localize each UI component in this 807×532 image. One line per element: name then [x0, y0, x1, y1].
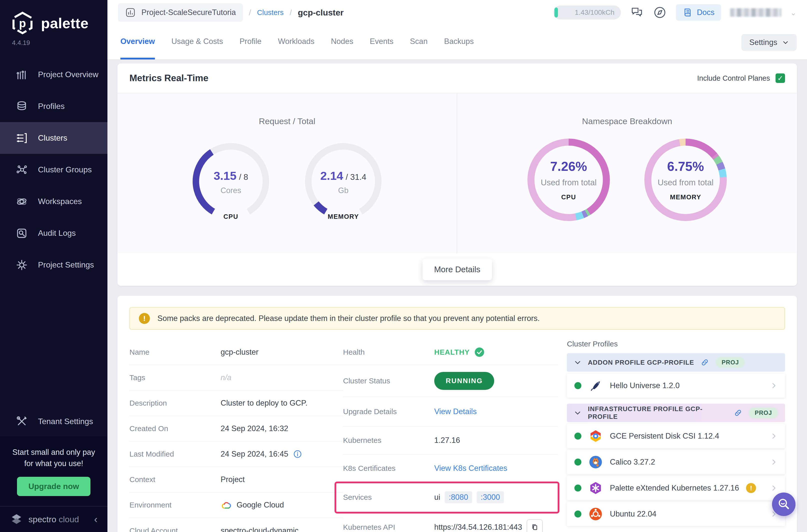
gear-icon	[16, 259, 28, 271]
sidebar-item-audit-logs[interactable]: Audit Logs	[0, 217, 108, 249]
metrics-title: Metrics Real-Time	[129, 73, 208, 83]
google-cloud-icon	[221, 501, 232, 509]
sidebar-item-tenant-settings[interactable]: Tenant Settings	[0, 406, 108, 436]
ubuntu-icon	[588, 507, 603, 521]
settings-dropdown-button[interactable]: Settings	[742, 34, 796, 51]
detail-row-cluster-status: Cluster Status RUNNING	[343, 365, 558, 397]
donut-row: 7.26% Used from total CPU 6.75% Used fro…	[527, 139, 727, 221]
tab-scan[interactable]: Scan	[410, 25, 428, 59]
sidebar-item-clusters[interactable]: Clusters	[0, 122, 108, 154]
collapse-sidebar-icon[interactable]: ‹	[94, 514, 97, 525]
chevron-right-icon	[770, 484, 777, 492]
tab-nodes[interactable]: Nodes	[331, 25, 353, 59]
book-icon	[682, 7, 693, 18]
pack-status-dot	[575, 382, 581, 389]
infrastructure-profile-header[interactable]: INFRASTRUCTURE PROFILE GCP-PROFILE PROJ	[567, 404, 785, 422]
tab-events[interactable]: Events	[370, 25, 394, 59]
breadcrumb-current-cluster: gcp-cluster	[298, 8, 343, 18]
view-details-link[interactable]: View Details	[434, 407, 477, 416]
tab-overview[interactable]: Overview	[120, 25, 155, 59]
breadcrumb-clusters-link[interactable]: Clusters	[257, 8, 284, 17]
copy-icon	[530, 523, 539, 532]
namespace-memory-donut: 6.75% Used from total MEMORY	[644, 139, 727, 221]
bar-chart-icon	[16, 69, 28, 81]
pack-status-dot	[575, 433, 581, 440]
charts-row: Request / Total	[117, 93, 797, 253]
pxk-icon	[588, 481, 603, 495]
credits-value: 1.43/100kCh	[575, 8, 614, 17]
include-control-planes-checkbox[interactable]: ✓	[775, 73, 785, 83]
info-icon[interactable]	[293, 449, 302, 459]
more-details-button[interactable]: More Details	[423, 259, 492, 280]
topbar-right: 1.43/100kCh Docs ⌄	[553, 4, 796, 21]
memory-gauge-label: MEMORY	[302, 213, 384, 221]
profile-pack-hello-universe[interactable]: Hello Universe 1.2.0	[567, 374, 785, 398]
hello-universe-icon	[588, 378, 603, 393]
memory-donut-label: MEMORY	[670, 193, 701, 201]
chevron-right-icon	[770, 458, 777, 466]
sidebar-item-label: Audit Logs	[38, 229, 76, 238]
upgrade-now-button[interactable]: Upgrade now	[17, 477, 91, 496]
sidebar-item-project-overview[interactable]: Project Overview	[0, 59, 108, 90]
namespace-breakdown-title: Namespace Breakdown	[582, 116, 672, 126]
sidebar-item-project-settings[interactable]: Project Settings	[0, 249, 108, 281]
detail-row-health: Health HEALTHY	[343, 340, 558, 365]
sidebar-item-label: Cluster Groups	[38, 165, 92, 174]
cpu-donut-caption: Used from total	[541, 178, 597, 187]
detail-row-context: Context Project	[129, 467, 343, 493]
tab-usage-costs[interactable]: Usage & Costs	[171, 25, 223, 59]
warning-text: Some packs are deprecated. Please update…	[157, 314, 540, 323]
support-search-fab[interactable]	[772, 493, 795, 516]
breadcrumb-separator: /	[249, 8, 251, 17]
view-k8s-certificates-link[interactable]: View K8s Certificates	[434, 464, 507, 473]
details-middle-column: Health HEALTHY Cluster Status	[343, 340, 558, 532]
addon-profile-header[interactable]: ADDON PROFILE GCP-PROFILE PROJ	[567, 353, 785, 372]
detail-row-environment: Environment Google Cloud	[129, 493, 343, 518]
healthy-check-icon	[474, 347, 485, 357]
pack-status-dot	[575, 459, 581, 466]
pack-status-dot	[575, 484, 581, 492]
app-root: p palette 4.4.19 Project Overview Profil…	[0, 0, 807, 532]
profile-pack-ubuntu[interactable]: Ubuntu 22.04	[567, 502, 785, 526]
gce-persistent-disk-icon	[588, 429, 603, 443]
feedback-chat-icon[interactable]	[630, 5, 644, 19]
cpu-gauge-label: CPU	[190, 213, 272, 221]
link-icon	[700, 358, 709, 367]
sidebar-spacer	[0, 281, 108, 406]
credits-meter: 1.43/100kCh	[553, 5, 621, 19]
sidebar-item-workspaces[interactable]: Workspaces	[0, 186, 108, 217]
copy-button[interactable]	[527, 519, 543, 532]
tab-backups[interactable]: Backups	[444, 25, 474, 59]
service-port-link[interactable]: :8080	[445, 491, 472, 503]
cpu-donut-label: CPU	[561, 193, 576, 201]
profile-pack-calico[interactable]: Calico 3.27.2	[567, 450, 785, 474]
detail-row-name: Name gcp-cluster	[129, 340, 343, 365]
clusters-icon	[16, 132, 28, 144]
link-icon	[734, 408, 742, 417]
user-menu-chevron-icon[interactable]: ⌄	[790, 8, 796, 17]
metrics-footer: More Details	[117, 253, 797, 286]
profile-pack-palette-extended-k8s[interactable]: Palette eXtended Kubernetes 1.27.16 !	[567, 476, 785, 500]
service-port-link[interactable]: :3000	[477, 491, 504, 503]
upgrade-text: Start small and only pay for what you us…	[7, 447, 100, 469]
tab-workloads[interactable]: Workloads	[278, 25, 315, 59]
include-control-planes: Include Control Planes ✓	[697, 73, 785, 83]
user-name-blurred[interactable]	[730, 8, 781, 17]
sidebar-item-label: Profiles	[38, 102, 65, 111]
gauge-row: 3.15 / 8 Cores CPU	[190, 140, 384, 223]
sidebar-item-profiles[interactable]: Profiles	[0, 90, 108, 122]
warning-icon: !	[139, 313, 150, 324]
cluster-overview-card: ! Some packs are deprecated. Please upda…	[117, 296, 797, 532]
details-grid: Name gcp-cluster Tags n/a Description Cl…	[129, 340, 785, 532]
profile-pack-gce-csi[interactable]: GCE Persistent Disk CSI 1.12.4	[567, 424, 785, 448]
app-version: 4.4.19	[0, 39, 108, 47]
tools-icon	[16, 415, 28, 428]
proj-badge: PROJ	[749, 407, 778, 418]
tab-profile[interactable]: Profile	[240, 25, 262, 59]
orbit-icon	[16, 195, 28, 208]
sidebar-item-cluster-groups[interactable]: Cluster Groups	[0, 154, 108, 186]
project-selector[interactable]: Project-ScaleSecureTutoria	[118, 3, 243, 22]
detail-row-services: Services ui :8080 :3000	[343, 482, 558, 513]
compass-icon[interactable]	[653, 5, 667, 19]
docs-button[interactable]: Docs	[676, 4, 721, 21]
